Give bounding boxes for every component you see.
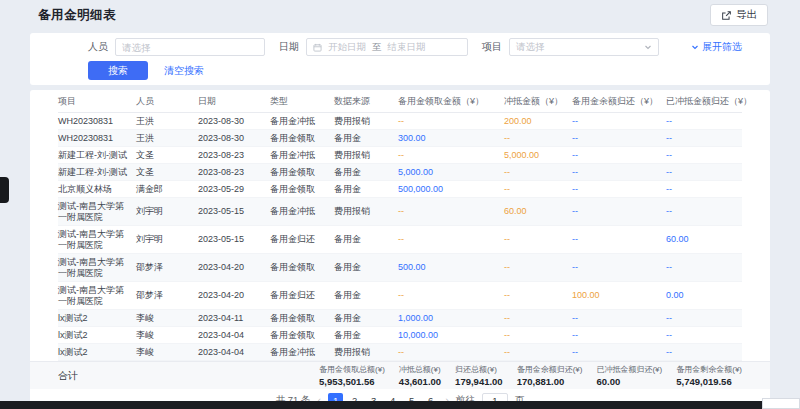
source-cell: 费用报销 xyxy=(334,344,398,361)
summary-stat-value: 179,941.00 xyxy=(455,376,503,387)
col-project: 项目 xyxy=(58,90,136,113)
empty-amount: -- xyxy=(398,290,404,300)
table-row: WH20230831王洪2023-08-30备用金领取备用金300.00----… xyxy=(58,130,742,147)
table-header-row: 项目 人员 日期 类型 数据来源 备用金领取金额（¥） 冲抵金额（¥） 备用金余… xyxy=(58,90,742,113)
col-person: 人员 xyxy=(136,90,198,113)
summary-stat-received-total: 备用金领取总额(¥) 5,953,501.56 xyxy=(319,364,385,387)
person-filter-label: 人员 xyxy=(88,40,108,54)
export-icon xyxy=(721,10,732,21)
person-cell: 刘宇明 xyxy=(136,226,198,254)
empty-amount: -- xyxy=(572,150,578,160)
expand-filter-link[interactable]: 展开筛选 xyxy=(691,40,742,54)
amount-value[interactable]: 500.00 xyxy=(398,262,426,272)
type-cell: 备用金领取 xyxy=(270,164,334,181)
amount-value[interactable]: 0.00 xyxy=(666,290,684,300)
search-button[interactable]: 搜索 xyxy=(88,61,148,80)
project-cell: 测试-南昌大学第一附属医院 xyxy=(58,254,136,282)
table-row: 新建工程-刘-测试文圣2023-08-23备用金冲抵费用报销--5,000.00… xyxy=(58,147,742,164)
received-amount-cell: 5,000.00 xyxy=(398,164,504,181)
amount-value[interactable]: 200.00 xyxy=(504,116,532,126)
offset-return-cell: -- xyxy=(666,254,742,282)
offset-amount-cell: -- xyxy=(504,282,572,310)
amount-value[interactable]: 5,000.00 xyxy=(398,167,433,177)
balance-return-cell: -- xyxy=(572,198,666,226)
offset-return-cell: 0.00 xyxy=(666,282,742,310)
export-button[interactable]: 导出 xyxy=(710,4,768,26)
date-range-picker[interactable]: 开始日期 至 结束日期 xyxy=(306,38,468,56)
project-cell: 测试-南昌大学第一附属医院 xyxy=(58,282,136,310)
amount-value[interactable]: 5,000.00 xyxy=(504,150,539,160)
received-amount-cell: -- xyxy=(398,198,504,226)
empty-amount: -- xyxy=(572,347,578,357)
type-cell: 备用金领取 xyxy=(270,327,334,344)
summary-stat-label: 备用金余额归还(¥) xyxy=(517,364,583,375)
filter-card: 人员 日期 开始日期 至 结束日期 项目 请选择 xyxy=(30,33,770,85)
empty-amount: -- xyxy=(398,347,404,357)
empty-amount: -- xyxy=(666,206,672,216)
project-cell: 测试-南昌大学第一附属医院 xyxy=(58,198,136,226)
sidebar-expand-handle[interactable] xyxy=(0,177,9,203)
empty-amount: -- xyxy=(572,262,578,272)
summary-stat-remaining: 备用金剩余金额(¥) 5,749,019.56 xyxy=(676,364,742,387)
page-title: 备用金明细表 xyxy=(38,7,116,24)
table-header: 项目 人员 日期 类型 数据来源 备用金领取金额（¥） 冲抵金额（¥） 备用金余… xyxy=(58,90,742,113)
person-cell: 王洪 xyxy=(136,130,198,147)
empty-amount: -- xyxy=(572,313,578,323)
empty-amount: -- xyxy=(504,313,510,323)
empty-amount: -- xyxy=(666,167,672,177)
offset-amount-cell: -- xyxy=(504,327,572,344)
project-filter-label: 项目 xyxy=(482,40,502,54)
offset-amount-cell: -- xyxy=(504,310,572,327)
col-type: 类型 xyxy=(270,90,334,113)
person-filter-input[interactable] xyxy=(115,38,265,56)
summary-row: 合计 备用金领取总额(¥) 5,953,501.56 冲抵总额(¥) 43,60… xyxy=(30,361,770,389)
summary-stat-offset-return: 已冲抵金额归还(¥) 60.00 xyxy=(596,364,662,387)
filter-bar: 人员 日期 开始日期 至 结束日期 项目 请选择 xyxy=(88,38,742,56)
summary-stat-label: 备用金领取总额(¥) xyxy=(319,364,385,375)
received-amount-cell: 300.00 xyxy=(398,130,504,147)
col-balance-return: 备用金余额归还（¥） xyxy=(572,90,666,113)
offset-amount-cell: -- xyxy=(504,164,572,181)
source-cell: 备用金 xyxy=(334,164,398,181)
balance-return-cell: -- xyxy=(572,254,666,282)
amount-value[interactable]: 300.00 xyxy=(398,133,426,143)
empty-amount: -- xyxy=(666,330,672,340)
table-row: 测试-南昌大学第一附属医院刘宇明2023-05-15备用金归还备用金------… xyxy=(58,226,742,254)
summary-stat-return-total: 归还总额(¥) 179,941.00 xyxy=(455,364,503,387)
type-cell: 备用金归还 xyxy=(270,226,334,254)
clear-search-link[interactable]: 清空搜索 xyxy=(164,64,204,78)
offset-return-cell: -- xyxy=(666,327,742,344)
amount-value[interactable]: 100.00 xyxy=(572,290,600,300)
project-filter-select[interactable]: 请选择 xyxy=(509,38,659,56)
date-cell: 2023-05-15 xyxy=(198,198,270,226)
empty-amount: -- xyxy=(398,150,404,160)
person-cell: 满金郎 xyxy=(136,181,198,198)
empty-amount: -- xyxy=(572,184,578,194)
received-amount-cell: 500.00 xyxy=(398,254,504,282)
empty-amount: -- xyxy=(666,184,672,194)
table-row: 北京顺义林场满金郎2023-05-29备用金领取备用金500,000.00---… xyxy=(58,181,742,198)
amount-value[interactable]: 10,000.00 xyxy=(398,330,438,340)
date-cell: 2023-08-30 xyxy=(198,130,270,147)
amount-value[interactable]: 60.00 xyxy=(504,206,527,216)
project-cell: 北京顺义林场 xyxy=(58,181,136,198)
amount-value[interactable]: 60.00 xyxy=(666,234,689,244)
date-end-placeholder: 结束日期 xyxy=(388,41,426,54)
type-cell: 备用金归还 xyxy=(270,282,334,310)
project-cell: 新建工程-刘-测试 xyxy=(58,164,136,181)
empty-amount: -- xyxy=(666,116,672,126)
summary-stat-value: 170,881.00 xyxy=(517,376,583,387)
type-cell: 备用金冲抵 xyxy=(270,344,334,361)
received-amount-cell: -- xyxy=(398,226,504,254)
project-filter-placeholder: 请选择 xyxy=(516,41,545,54)
amount-value[interactable]: 500,000.00 xyxy=(398,184,443,194)
project-cell: lx测试2 xyxy=(58,310,136,327)
bottom-corner-widget xyxy=(762,398,800,409)
summary-stat-offset-total: 冲抵总额(¥) 43,601.00 xyxy=(399,364,441,387)
project-cell: lx测试2 xyxy=(58,327,136,344)
type-cell: 备用金冲抵 xyxy=(270,198,334,226)
chevron-down-icon xyxy=(644,43,652,51)
summary-stat-label: 备用金剩余金额(¥) xyxy=(676,364,742,375)
source-cell: 备用金 xyxy=(334,254,398,282)
amount-value[interactable]: 1,000.00 xyxy=(398,313,433,323)
